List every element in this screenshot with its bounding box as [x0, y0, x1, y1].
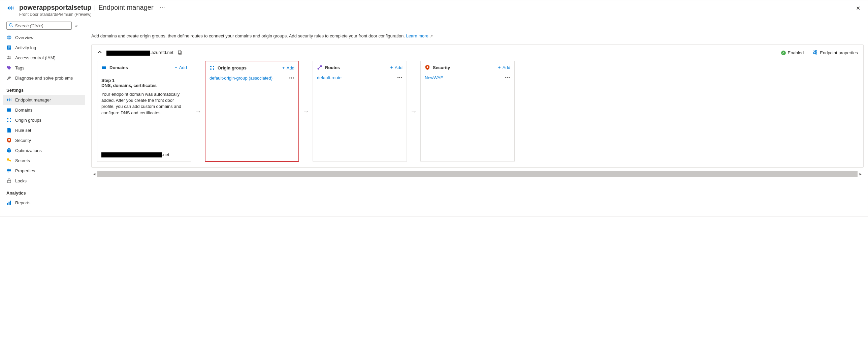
sidebar-item-secrets[interactable]: Secrets [3, 155, 85, 166]
frontdoor-icon [6, 97, 12, 102]
add-origin-group-button[interactable]: ＋Add [281, 65, 294, 71]
sidebar-section-settings: Settings [6, 88, 85, 93]
sidebar-item-label: Origin groups [15, 118, 41, 123]
frontdoor-icon [7, 5, 17, 12]
svg-rect-19 [7, 108, 11, 109]
svg-point-3 [9, 24, 12, 26]
endpoint-properties-label: Endpoint properties [820, 50, 858, 55]
close-icon[interactable]: ✕ [856, 5, 860, 11]
sidebar-item-label: Locks [15, 178, 27, 183]
chart-icon [6, 200, 12, 205]
svg-point-48 [210, 66, 212, 67]
svg-point-32 [10, 170, 11, 171]
more-icon[interactable]: ⋯ [160, 4, 165, 11]
sidebar-item-optimizations[interactable]: Optimizations [3, 145, 85, 155]
sidebar: « Overview Activity log Access control (… [0, 19, 85, 216]
page-title: Endpoint manager [98, 4, 153, 11]
svg-rect-27 [10, 160, 11, 161]
log-icon [6, 45, 12, 50]
more-icon[interactable]: ••• [505, 76, 510, 80]
scrollbar-track[interactable] [97, 171, 858, 177]
redacted-hostname [106, 51, 150, 56]
sidebar-item-origin-groups[interactable]: Origin groups [3, 115, 85, 125]
sidebar-item-rule-set[interactable]: Rule set [3, 125, 85, 135]
svg-point-49 [213, 66, 214, 67]
sidebar-item-label: Access control (IAM) [15, 55, 56, 60]
sidebar-item-diagnose[interactable]: Diagnose and solve problems [3, 73, 85, 83]
sidebar-item-label: Endpoint manager [15, 97, 51, 102]
card-title: Routes [325, 65, 387, 70]
svg-point-31 [8, 169, 9, 170]
search-box[interactable] [6, 22, 72, 30]
resource-type: Front Door Standard/Premium (Preview) [19, 12, 861, 17]
svg-point-44 [814, 52, 815, 53]
route-icon [317, 65, 322, 70]
intro-body: Add domains and create origin groups, th… [91, 33, 405, 38]
svg-point-23 [10, 121, 11, 122]
add-route-button[interactable]: ＋Add [390, 64, 403, 70]
more-icon[interactable]: ••• [397, 76, 403, 80]
card-title: Domains [110, 65, 171, 70]
sidebar-item-reports[interactable]: Reports [3, 198, 85, 208]
page-header: powerappsportalsetup | Endpoint manager … [0, 0, 868, 19]
origin-group-link[interactable]: default-origin-group (associated) [210, 76, 273, 81]
card-title: Security [433, 65, 494, 70]
sidebar-item-properties[interactable]: Properties [3, 166, 85, 176]
sidebar-item-label: Overview [15, 35, 33, 40]
status-enabled: ✓ Enabled [781, 50, 804, 55]
sliders-icon [6, 168, 12, 173]
card-origin-groups: Origin groups ＋Add default-origin-group … [205, 61, 299, 162]
document-icon [6, 127, 12, 133]
scroll-left-icon[interactable]: ◄ [91, 171, 97, 177]
sidebar-item-label: Activity log [15, 45, 36, 50]
sidebar-item-domains[interactable]: Domains [3, 105, 85, 115]
copy-icon[interactable] [178, 50, 182, 56]
domain-suffix: .net [162, 152, 169, 157]
chevron-up-icon[interactable] [97, 50, 102, 56]
more-icon[interactable]: ••• [289, 76, 294, 81]
svg-rect-34 [7, 180, 11, 183]
route-link[interactable]: default-route [317, 75, 342, 80]
external-link-icon: ↗ [430, 34, 433, 38]
svg-point-21 [10, 118, 11, 119]
endpoint-card: .azurefd.net ✓ Enabled Endpoint p [91, 45, 864, 168]
sidebar-item-access-control[interactable]: Access control (IAM) [3, 53, 85, 63]
svg-marker-1 [10, 6, 12, 10]
sidebar-item-label: Tags [15, 65, 24, 70]
security-link[interactable]: NewWAF [425, 75, 443, 80]
horizontal-scrollbar[interactable]: ◄ ► [91, 171, 864, 177]
sidebar-item-label: Reports [15, 200, 31, 205]
sidebar-item-endpoint-manager[interactable]: Endpoint manager [3, 95, 85, 105]
svg-point-33 [8, 172, 9, 173]
learn-more-link[interactable]: Learn more [406, 33, 428, 38]
add-security-button[interactable]: ＋Add [497, 64, 510, 70]
cube-icon [6, 148, 12, 153]
sidebar-item-overview[interactable]: Overview [3, 32, 85, 42]
key-icon [6, 158, 12, 163]
card-title: Origin groups [218, 65, 279, 70]
endpoint-properties-link[interactable]: Endpoint properties [812, 50, 858, 56]
svg-rect-47 [102, 66, 106, 67]
settings-icon [812, 50, 818, 56]
sidebar-item-security[interactable]: Security [3, 135, 85, 145]
collapse-sidebar-icon[interactable]: « [75, 23, 78, 28]
step-heading: DNS, domains, certificates [101, 83, 187, 88]
sidebar-item-locks[interactable]: Locks [3, 176, 85, 186]
endpoint-host: .azurefd.net [106, 50, 174, 55]
sidebar-item-activity-log[interactable]: Activity log [3, 42, 85, 53]
svg-point-54 [427, 66, 429, 68]
step-description: Your endpoint domain was automatically a… [101, 91, 187, 116]
scroll-right-icon[interactable]: ► [858, 171, 864, 177]
svg-point-22 [7, 121, 8, 122]
sidebar-item-tags[interactable]: Tags [3, 63, 85, 73]
origin-group-icon [210, 65, 215, 70]
main-content: Add domains and create origin groups, th… [85, 19, 868, 216]
shield-icon [425, 65, 430, 70]
redacted-domain [101, 152, 162, 157]
card-security: Security ＋Add NewWAF ••• [421, 61, 515, 162]
domain-icon [101, 65, 107, 70]
svg-marker-15 [7, 98, 8, 101]
add-domain-button[interactable]: ＋Add [174, 64, 187, 70]
search-input[interactable] [15, 23, 69, 28]
status-label: Enabled [788, 50, 804, 55]
